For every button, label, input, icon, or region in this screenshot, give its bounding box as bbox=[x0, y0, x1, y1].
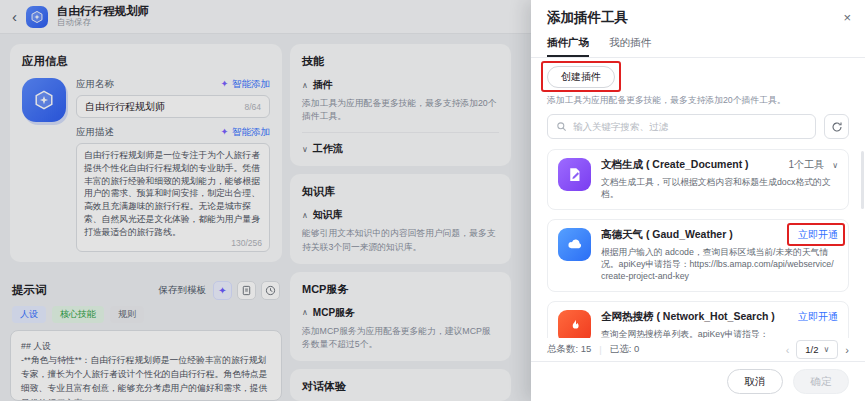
cancel-button[interactable]: 取消 bbox=[727, 369, 783, 394]
page-select[interactable]: 1/2 ∨ bbox=[796, 340, 838, 359]
refresh-icon[interactable] bbox=[824, 114, 849, 139]
chevron-down-icon: ∨ bbox=[824, 345, 830, 354]
next-page-icon[interactable]: › bbox=[845, 344, 849, 356]
plugin-desc: 根据用户输入的 adcode，查询目标区域当前/未来的天气情况。apiKey申请… bbox=[601, 246, 838, 283]
create-plugin-button[interactable]: 创建插件 bbox=[547, 66, 615, 88]
plugin-desc: 文档生成工具，可以根据文档内容和标题生成docx格式的文档。 bbox=[601, 176, 838, 201]
search-icon bbox=[556, 121, 567, 132]
confirm-button[interactable]: 确定 bbox=[793, 369, 849, 394]
plugin-row-hot-search[interactable]: 全网热搜榜 ( Network_Hot_Search ) 立即开通 查询全网热搜… bbox=[547, 301, 849, 338]
plugin-row-gaud-weather[interactable]: 高德天气 ( Gaud_Weather ) 立即开通 根据用户输入的 adcod… bbox=[547, 219, 849, 292]
plugin-name: 全网热搜榜 ( Network_Hot_Search ) bbox=[601, 310, 775, 324]
selected-count: 已选: 0 bbox=[610, 343, 640, 356]
total-count: 总条数: 15 bbox=[547, 343, 591, 356]
plugin-tool-count[interactable]: 1个工具∨ bbox=[789, 158, 838, 172]
cloud-icon bbox=[558, 228, 591, 261]
close-icon[interactable]: × bbox=[843, 10, 851, 25]
plugin-name: 高德天气 ( Gaud_Weather ) bbox=[601, 228, 733, 242]
drawer-title: 添加插件工具 bbox=[547, 9, 628, 27]
prev-page-icon[interactable]: ‹ bbox=[786, 344, 790, 356]
chevron-down-icon: ∨ bbox=[832, 161, 838, 170]
search-input[interactable] bbox=[573, 121, 807, 132]
plugin-search-box bbox=[547, 114, 816, 139]
divider: | bbox=[599, 344, 601, 355]
tab-plugin-market[interactable]: 插件广场 bbox=[547, 32, 589, 57]
drawer-overlay[interactable] bbox=[0, 0, 531, 401]
activate-link[interactable]: 立即开通 bbox=[798, 228, 838, 242]
plugin-list: 文档生成 ( Create_Document ) 1个工具∨ 文档生成工具，可以… bbox=[531, 147, 865, 338]
tab-my-plugins[interactable]: 我的插件 bbox=[609, 32, 651, 57]
activate-link[interactable]: 立即开通 bbox=[798, 310, 838, 324]
drawer-desc: 添加工具为应用配备更多技能，最多支持添加20个插件工具。 bbox=[531, 92, 865, 108]
document-icon bbox=[558, 158, 591, 191]
scrollbar[interactable] bbox=[861, 151, 864, 209]
plugin-row-create-document[interactable]: 文档生成 ( Create_Document ) 1个工具∨ 文档生成工具，可以… bbox=[547, 149, 849, 210]
flame-icon bbox=[558, 310, 591, 338]
plugin-name: 文档生成 ( Create_Document ) bbox=[601, 158, 749, 172]
app-screen: ‹ 自由行行程规划师 自动保存 应用信息 应用名称 ✦ 智 bbox=[0, 0, 865, 401]
add-plugin-drawer: 添加插件工具 × 插件广场 我的插件 创建插件 添加工具为应用配备更多技能，最多… bbox=[531, 0, 865, 401]
plugin-desc: 查询全网热搜榜单列表。apiKey申请指导： https://www.tiana… bbox=[601, 328, 838, 338]
